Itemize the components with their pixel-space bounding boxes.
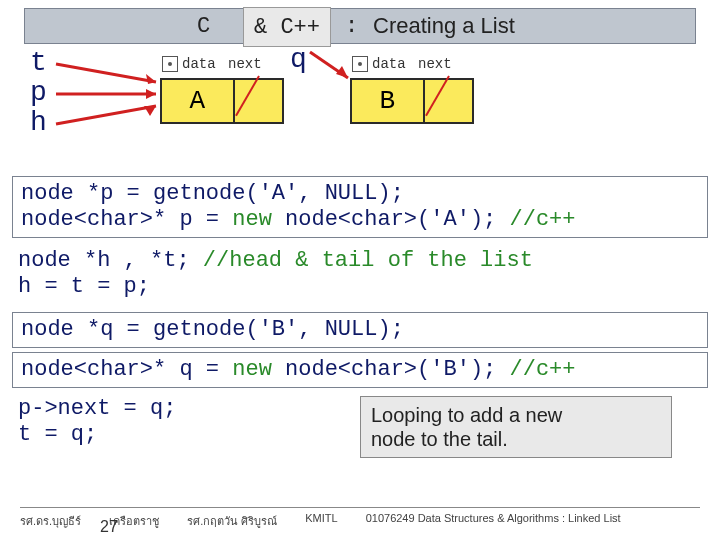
arrow-h (56, 102, 166, 128)
svg-marker-5 (144, 106, 156, 116)
footer: รศ.ดร.บุญธีร์ เครือตราชู รศ.กฤตวัน ศิริบ… (20, 507, 700, 530)
code-block-1: node *p = getnode('A', NULL); node<char>… (12, 176, 708, 238)
code-plain-1: node *h , *t; //head & tail of the list … (18, 248, 533, 300)
note-box: Looping to add a new node to the tail. (360, 396, 672, 458)
code-line: p->next = q; (18, 396, 176, 422)
ptr-t: t (30, 48, 47, 78)
node-b-data: B (352, 80, 425, 122)
node-b-next (425, 80, 472, 122)
arrow-p (56, 88, 166, 100)
code-line: node *p = getnode('A', NULL); (21, 181, 699, 207)
node-a-next (235, 80, 282, 122)
code-line: node *q = getnode('B', NULL); (21, 317, 699, 343)
note-line: node to the tail. (371, 427, 661, 451)
slide-number: 27 (100, 518, 118, 536)
node-a-label: data next (162, 56, 262, 72)
code-block-2: node *q = getnode('B', NULL); (12, 312, 708, 348)
code-line: node<char>* q = new node<char>('B'); //c… (21, 357, 699, 383)
header-colon: : (345, 14, 358, 39)
footer-author1: รศ.ดร.บุญธีร์ (20, 512, 81, 530)
svg-line-0 (56, 64, 156, 82)
node-a-data: A (162, 80, 235, 122)
arrow-t (56, 60, 166, 86)
footer-org: KMITL (305, 512, 337, 530)
dot-icon (352, 56, 368, 72)
ptr-q: q (290, 44, 307, 75)
code-line: node *h , *t; //head & tail of the list (18, 248, 533, 274)
node-a: A (160, 78, 284, 124)
footer-course: 01076249 Data Structures & Algorithms : … (366, 512, 621, 530)
svg-marker-7 (336, 66, 348, 78)
code-block-3: node<char>* q = new node<char>('B'); //c… (12, 352, 708, 388)
pointer-labels: t p h (30, 48, 47, 138)
dot-icon (162, 56, 178, 72)
code-line: t = q; (18, 422, 176, 448)
svg-line-4 (56, 106, 156, 124)
footer-author2: รศ.กฤตวัน ศิริบูรณ์ (187, 512, 277, 530)
code-plain-2: p->next = q; t = q; (18, 396, 176, 448)
ptr-h: h (30, 108, 47, 138)
svg-marker-3 (146, 89, 156, 99)
lang-c: C (197, 14, 210, 39)
diagram: t p h data next A q data next B (20, 44, 700, 174)
lang-cpp-button[interactable]: & C++ (243, 7, 331, 47)
page-title: Creating a List (373, 13, 515, 39)
code-line: node<char>* p = new node<char>('A'); //c… (21, 207, 699, 233)
header-bar: C & C++ : Creating a List (24, 8, 696, 44)
code-line: h = t = p; (18, 274, 533, 300)
note-line: Looping to add a new (371, 403, 661, 427)
node-b-label: data next (352, 56, 452, 72)
ptr-p: p (30, 78, 47, 108)
node-b: B (350, 78, 474, 124)
